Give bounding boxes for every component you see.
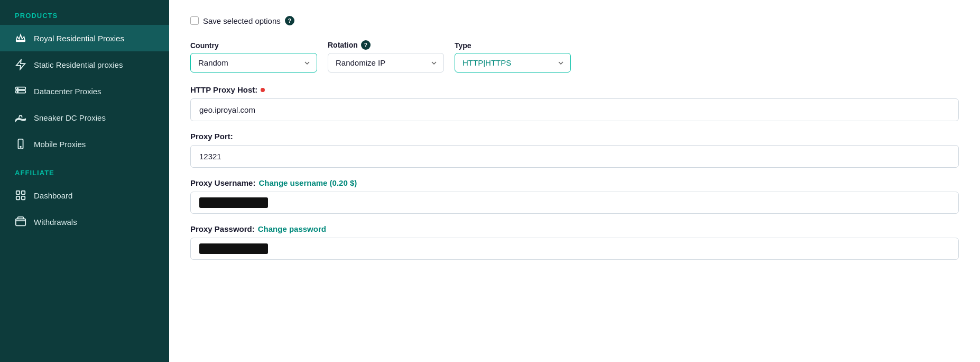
proxy-port-section: Proxy Port:: [190, 132, 959, 168]
type-group: Type HTTP|HTTPS SOCKS5: [455, 41, 571, 73]
proxy-password-section: Proxy Password: Change password: [190, 224, 959, 260]
type-label: Type: [455, 41, 571, 50]
save-options-checkbox[interactable]: [190, 16, 199, 25]
products-section-label: PRODUCTS: [0, 0, 169, 25]
svg-point-3: [17, 88, 19, 89]
bolt-icon: [15, 59, 26, 70]
sidebar-item-royal-residential[interactable]: Royal Residential Proxies: [0, 25, 169, 51]
save-options-row: Save selected options ?: [190, 16, 959, 25]
main-content: Save selected options ? Country Random U…: [169, 0, 980, 362]
http-host-label: HTTP Proxy Host:: [190, 85, 959, 94]
http-host-input[interactable]: [190, 98, 959, 121]
server-icon: [15, 85, 26, 97]
password-masked-value: [199, 243, 268, 254]
sidebar-item-datacenter[interactable]: Datacenter Proxies: [0, 78, 169, 104]
rotation-label: Rotation ?: [328, 40, 444, 50]
grid-icon: [15, 189, 26, 201]
sidebar-item-sneaker-dc[interactable]: Sneaker DC Proxies: [0, 104, 169, 131]
proxy-password-label: Proxy Password: Change password: [190, 224, 959, 233]
svg-point-6: [20, 147, 21, 148]
proxy-username-label: Proxy Username: Change username (0.20 $): [190, 178, 959, 187]
proxy-port-label: Proxy Port:: [190, 132, 959, 141]
sidebar-item-sneaker-dc-label: Sneaker DC Proxies: [34, 113, 106, 122]
change-password-link[interactable]: Change password: [258, 224, 326, 233]
svg-rect-7: [16, 191, 20, 194]
svg-rect-11: [16, 219, 25, 226]
rotation-group: Rotation ? Randomize IP Sticky Session R…: [328, 40, 444, 73]
mobile-icon: [15, 138, 26, 150]
svg-rect-0: [16, 41, 25, 42]
required-dot: [261, 88, 265, 92]
change-username-link[interactable]: Change username (0.20 $): [258, 178, 357, 187]
svg-rect-10: [22, 196, 25, 200]
affiliate-section-label: AFFILIATE: [0, 157, 169, 182]
svg-point-4: [17, 91, 19, 92]
sidebar-item-dashboard-label: Dashboard: [34, 191, 72, 200]
http-host-section: HTTP Proxy Host:: [190, 85, 959, 121]
sidebar-item-static-residential-label: Static Residential proxies: [34, 60, 123, 69]
withdrawals-icon: [15, 216, 26, 228]
proxy-settings-row: Country Random United States United King…: [190, 40, 959, 73]
sidebar-item-mobile[interactable]: Mobile Proxies: [0, 131, 169, 157]
country-group: Country Random United States United King…: [190, 41, 317, 73]
proxy-username-section: Proxy Username: Change username (0.20 $): [190, 178, 959, 214]
proxy-username-input[interactable]: [190, 192, 959, 214]
rotation-help-icon[interactable]: ?: [361, 40, 371, 50]
sneaker-icon: [15, 112, 26, 123]
country-select[interactable]: Random United States United Kingdom Germ…: [190, 53, 317, 73]
rotation-select[interactable]: Randomize IP Sticky Session Rotating: [328, 53, 444, 73]
svg-rect-8: [22, 191, 25, 194]
sidebar-item-withdrawals[interactable]: Withdrawals: [0, 209, 169, 235]
country-label: Country: [190, 41, 317, 50]
proxy-password-input[interactable]: [190, 238, 959, 260]
save-options-help-icon[interactable]: ?: [285, 16, 294, 25]
sidebar-item-static-residential[interactable]: Static Residential proxies: [0, 51, 169, 78]
sidebar-item-withdrawals-label: Withdrawals: [34, 218, 77, 227]
username-masked-value: [199, 197, 268, 208]
type-select[interactable]: HTTP|HTTPS SOCKS5: [455, 53, 571, 73]
sidebar-item-datacenter-label: Datacenter Proxies: [34, 87, 101, 96]
sidebar-item-royal-residential-label: Royal Residential Proxies: [34, 34, 124, 43]
sidebar-item-dashboard[interactable]: Dashboard: [0, 182, 169, 209]
proxy-port-input[interactable]: [190, 145, 959, 168]
sidebar-item-mobile-label: Mobile Proxies: [34, 140, 86, 149]
sidebar: PRODUCTS Royal Residential Proxies Stati…: [0, 0, 169, 362]
crown-icon: [15, 32, 26, 44]
svg-rect-9: [16, 196, 20, 200]
save-options-label: Save selected options: [203, 16, 281, 25]
